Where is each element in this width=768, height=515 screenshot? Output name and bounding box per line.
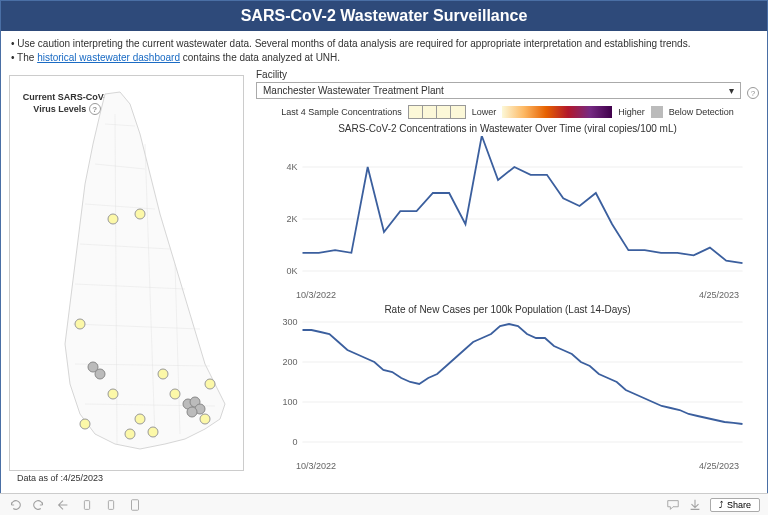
map-marker[interactable] <box>108 214 118 224</box>
note-2-pre: The <box>17 52 37 63</box>
page-title: SARS-CoV-2 Wastewater Surveillance <box>1 1 767 31</box>
legend-gray <box>651 106 663 118</box>
map-marker[interactable] <box>187 407 197 417</box>
map-marker[interactable] <box>75 319 85 329</box>
refresh-icon[interactable] <box>80 498 94 512</box>
share-button[interactable]: ⤴ Share <box>710 498 760 512</box>
note-2-post: contains the data analyzed at UNH. <box>180 52 340 63</box>
facility-select[interactable]: Manchester Wastewater Treatment Plant ▾ <box>256 82 741 99</box>
map-marker[interactable] <box>135 414 145 424</box>
svg-text:0K: 0K <box>286 266 297 276</box>
map-marker[interactable] <box>135 209 145 219</box>
x-start: 10/3/2022 <box>296 290 336 300</box>
toolbar: ⤴ Share <box>0 493 768 515</box>
svg-text:4K: 4K <box>286 162 297 172</box>
svg-rect-15 <box>108 500 113 509</box>
undo-icon[interactable] <box>8 498 22 512</box>
pause-icon[interactable] <box>104 498 118 512</box>
map-marker[interactable] <box>125 429 135 439</box>
comment-icon[interactable] <box>666 498 680 512</box>
x-end: 4/25/2023 <box>699 461 739 471</box>
x-start: 10/3/2022 <box>296 461 336 471</box>
info-icon[interactable]: ? <box>747 87 759 99</box>
legend-sample-boxes <box>408 105 466 119</box>
legend-gradient <box>502 106 612 118</box>
chart-concentrations[interactable]: 0K2K4K <box>256 136 759 286</box>
chart-cases[interactable]: 0100200300 <box>256 317 759 457</box>
svg-text:0: 0 <box>292 437 297 447</box>
svg-text:2K: 2K <box>286 214 297 224</box>
redo-icon[interactable] <box>32 498 46 512</box>
chart2-title: Rate of New Cases per 100k Population (L… <box>256 304 759 315</box>
map-marker[interactable] <box>158 369 168 379</box>
map-panel: Current SARS-CoV-2 Virus Levels ? <box>9 75 244 471</box>
map-marker[interactable] <box>148 427 158 437</box>
map-marker[interactable] <box>108 389 118 399</box>
svg-rect-14 <box>84 500 89 509</box>
chevron-down-icon: ▾ <box>729 85 734 96</box>
legend: Last 4 Sample Concentrations Lower Highe… <box>256 105 759 119</box>
map-marker[interactable] <box>205 379 215 389</box>
revert-icon[interactable] <box>56 498 70 512</box>
historical-dashboard-link[interactable]: historical wastewater dashboard <box>37 52 180 63</box>
svg-text:300: 300 <box>282 317 297 327</box>
svg-text:100: 100 <box>282 397 297 407</box>
x-end: 4/25/2023 <box>699 290 739 300</box>
map-marker[interactable] <box>170 389 180 399</box>
notes: • Use caution interpreting the current w… <box>1 31 767 69</box>
facility-label: Facility <box>256 69 741 80</box>
map-marker[interactable] <box>95 369 105 379</box>
note-1: Use caution interpreting the current was… <box>17 38 690 49</box>
svg-text:200: 200 <box>282 357 297 367</box>
map-marker[interactable] <box>200 414 210 424</box>
device-icon[interactable] <box>128 498 142 512</box>
svg-rect-16 <box>132 499 139 510</box>
map-marker[interactable] <box>80 419 90 429</box>
download-icon[interactable] <box>688 498 702 512</box>
nh-map[interactable] <box>45 84 240 474</box>
chart1-title: SARS-CoV-2 Concentrations in Wastewater … <box>256 123 759 134</box>
